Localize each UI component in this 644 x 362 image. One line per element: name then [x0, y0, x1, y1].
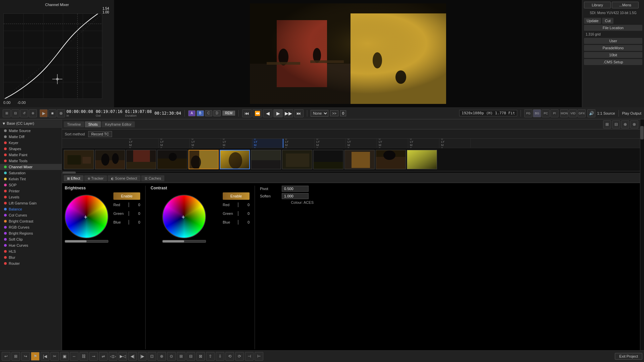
pivot-value-display[interactable]: 0.500	[282, 186, 309, 192]
sidebar-item-blur[interactable]: Blur	[0, 254, 62, 260]
transport-skip-end[interactable]: ⏭	[294, 109, 304, 117]
sidebar-item-shapes[interactable]: Shapes	[0, 146, 62, 152]
user-button[interactable]: User	[584, 38, 642, 44]
tool-move[interactable]: ↔	[70, 352, 78, 361]
shot-item-7[interactable]	[251, 150, 281, 169]
rem-button[interactable]: REM	[222, 111, 235, 116]
tool-btn-7[interactable]: ⊗	[57, 109, 65, 117]
side-scrollbar[interactable]	[640, 119, 644, 362]
update-button[interactable]: Update	[584, 18, 601, 24]
file-location-button[interactable]: File Location	[584, 25, 642, 31]
tool-btn-3[interactable]: ↺	[20, 109, 28, 117]
brightness-green-slider[interactable]	[128, 211, 129, 216]
tool-more10[interactable]: ⊢	[255, 352, 263, 361]
tool-more3[interactable]: ⊟	[186, 352, 195, 361]
contrast-red-slider[interactable]	[238, 202, 238, 207]
tool-btn-6[interactable]: ■	[48, 109, 56, 117]
none-dropdown[interactable]: None	[311, 110, 328, 117]
tool-more8[interactable]: ⟳	[235, 352, 244, 361]
sidebar-item-matte-paint[interactable]: Matte Paint	[0, 152, 62, 158]
sidebar-item-matte-diff[interactable]: Matte Diff	[0, 134, 62, 140]
tool-slip[interactable]: ◁▷	[109, 352, 117, 361]
transport-prev-frame[interactable]: ⏪	[253, 109, 262, 117]
sidebar-item-hls[interactable]: HLS	[0, 248, 62, 254]
shot-item-4[interactable]	[157, 150, 187, 169]
sidebar-item-matte-source[interactable]: Matte Source	[0, 128, 62, 134]
tool-roll[interactable]: ⇌	[99, 352, 108, 361]
soften-value-display[interactable]: 1.000	[282, 193, 309, 199]
contrast-enable-btn[interactable]: Enable	[223, 192, 250, 200]
brightness-wheel-slider[interactable]	[65, 240, 108, 243]
shot-item-1[interactable]	[64, 150, 94, 169]
btn-b[interactable]: B	[197, 110, 204, 116]
fg-btn[interactable]: FG	[524, 109, 532, 117]
shot-item-6[interactable]	[220, 150, 250, 169]
sidebar-item-rgb-curves[interactable]: RGB Curves	[0, 224, 62, 230]
brightness-blue-slider[interactable]	[128, 220, 129, 225]
tool-more1[interactable]: ⊙	[167, 352, 176, 361]
tool-more6[interactable]: ⇩	[216, 352, 224, 361]
sort-icon-btn[interactable]: ⊞	[603, 120, 611, 128]
sidebar-item-channel-mixer[interactable]: Channel Mixer	[0, 164, 62, 170]
shot-item-9[interactable]	[313, 150, 343, 169]
sidebar-item-kelvin-tint[interactable]: Kelvin Tint	[0, 176, 62, 182]
vid-btn[interactable]: VID	[569, 109, 577, 117]
sidebar-item-keyer[interactable]: Keyer	[0, 140, 62, 146]
tool-btn-5[interactable]: ▶	[40, 109, 48, 117]
tool-razor[interactable]: ✂	[50, 352, 59, 361]
cms-setup-button[interactable]: .CMS Setup	[584, 59, 642, 65]
tab-shots[interactable]: Shots	[85, 121, 101, 127]
shot-item-12[interactable]	[407, 150, 437, 169]
shot-item-2[interactable]	[95, 150, 125, 169]
sidebar-item-hue-curves[interactable]: Hue Curves	[0, 242, 62, 248]
transport-play[interactable]: ▶	[273, 109, 283, 117]
gfx-btn[interactable]: GFX	[578, 109, 586, 117]
sort-icon-btn2[interactable]: ⊟	[612, 120, 620, 128]
tool-link[interactable]: ⛓	[79, 352, 88, 361]
sidebar-item-balance[interactable]: Balance	[0, 206, 62, 212]
shot-item-3[interactable]	[126, 150, 156, 169]
tool-more7[interactable]: ⟲	[225, 352, 234, 361]
btn-d[interactable]: D	[213, 110, 221, 116]
tab-effect[interactable]: ⊞ Effect	[64, 175, 84, 181]
exit-project-btn[interactable]: Exit Project	[615, 353, 642, 360]
tab-scene-detect[interactable]: ◐ Scene Detect	[108, 175, 141, 181]
pc-btn[interactable]: PC	[542, 109, 550, 117]
transport-skip-start[interactable]: ⏮	[242, 109, 252, 117]
sidebar-item-printer[interactable]: Printer	[0, 188, 62, 194]
btn-c[interactable]: C	[205, 110, 212, 116]
sidebar-item-levels[interactable]: Levels	[0, 194, 62, 200]
sidebar-item-bright-regions[interactable]: Bright Regions	[0, 230, 62, 236]
sidebar-item-soft-clip[interactable]: Soft Clip	[0, 236, 62, 242]
flag-btn[interactable]: ⚑	[31, 352, 40, 361]
bitdepth-button[interactable]: 10bit	[584, 52, 642, 58]
transport-fwd[interactable]: ▶▶	[284, 109, 293, 117]
tool-more9[interactable]: ⊣	[245, 352, 254, 361]
sidebar-item-sop[interactable]: SOP	[0, 182, 62, 188]
record-tc-btn[interactable]: Record TC	[88, 131, 112, 137]
sidebar-item-router[interactable]: Router	[0, 260, 62, 266]
tab-timeline[interactable]: Timeline	[64, 121, 84, 127]
curve-svg[interactable]	[3, 13, 102, 99]
mems-button[interactable]: ...Mens	[612, 2, 639, 8]
sort-icon-btn3[interactable]: ⊕	[621, 120, 629, 128]
sidebar-item-lift-gamma-gain[interactable]: Lift Gamma Gain	[0, 200, 62, 206]
shot-item-8[interactable]	[282, 150, 312, 169]
tool-more4[interactable]: ⊠	[196, 352, 205, 361]
scroll-bar[interactable]	[62, 171, 640, 174]
tool-select[interactable]: ▣	[60, 352, 69, 361]
vol-icon-btn[interactable]: 🔊	[587, 109, 595, 117]
brightness-red-slider[interactable]	[128, 202, 129, 207]
contrast-blue-slider[interactable]	[238, 220, 238, 225]
tab-tracker[interactable]: ⊕ Tracker	[84, 175, 107, 181]
sidebar-item-saturation[interactable]: Saturation	[0, 170, 62, 176]
contrast-green-slider[interactable]	[238, 211, 238, 216]
brightness-enable-btn[interactable]: Enable	[113, 192, 140, 200]
tool-out[interactable]: |▶	[138, 352, 147, 361]
sidebar-item-bright-contrast[interactable]: Bright Contrast	[0, 218, 62, 224]
bg-btn[interactable]: BG	[533, 109, 541, 117]
tab-keyframe-editor[interactable]: Keyframe Editor	[102, 121, 135, 127]
tool-trim[interactable]: |◀	[41, 352, 49, 361]
tool-more2[interactable]: ⊞	[177, 352, 185, 361]
redo-btn[interactable]: ↪	[21, 352, 30, 361]
